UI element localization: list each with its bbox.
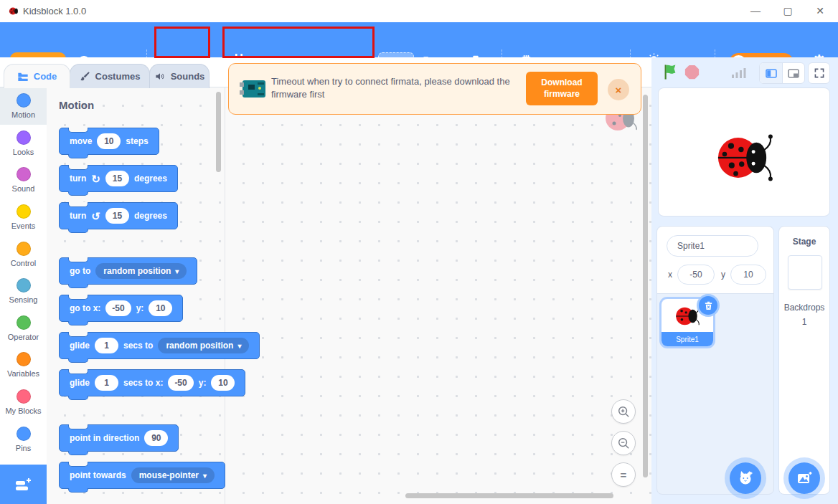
category-dot <box>17 315 31 330</box>
block-number-input[interactable]: 15 <box>105 208 129 224</box>
stage-size-toggle-group <box>759 62 805 84</box>
workspace-hscrollbar[interactable] <box>405 493 613 498</box>
tab-costumes[interactable]: Costumes <box>70 64 150 88</box>
block-number-input[interactable]: 90 <box>144 430 168 446</box>
sidebar-category-pins[interactable]: Pins <box>0 421 47 458</box>
sidebar-category-looks[interactable]: Looks <box>0 125 47 162</box>
arduino-board-icon <box>240 79 267 102</box>
block-text: steps <box>126 136 148 146</box>
block-text: point towards <box>70 470 126 480</box>
stop-sign-icon[interactable] <box>684 65 700 82</box>
palette-block[interactable]: turn↻15degrees <box>59 165 178 192</box>
close-button[interactable]: ✕ <box>805 0 835 22</box>
add-extension-button[interactable] <box>0 465 47 504</box>
backdrop-thumbnail[interactable] <box>788 255 822 290</box>
block-number-input[interactable]: 10 <box>211 375 235 391</box>
sidebar-category-sensing[interactable]: Sensing <box>0 272 47 310</box>
fullscreen-icon <box>814 67 825 79</box>
sidebar-category-sound[interactable]: Sound <box>0 161 47 199</box>
zoom-out-button[interactable] <box>611 431 636 455</box>
ladybug-sprite[interactable] <box>715 128 773 190</box>
cat-icon <box>737 470 754 487</box>
stage-selector-panel[interactable]: Stage Backdrops 1 <box>778 226 830 495</box>
extension-blocks-icon <box>14 477 33 493</box>
connection-bars-icon <box>731 67 747 81</box>
code-workspace[interactable] <box>225 87 652 504</box>
palette-block[interactable]: glide1secs to x:-50y:10 <box>59 369 245 396</box>
category-label: Sound <box>12 184 35 194</box>
category-dot <box>17 130 31 145</box>
minimize-button[interactable]: — <box>740 0 771 22</box>
tab-sounds[interactable]: Sounds <box>149 64 210 88</box>
banner-download-firmware-button[interactable]: Download firmware <box>526 72 598 105</box>
tab-label: Sounds <box>171 71 205 82</box>
category-sidebar: MotionLooksSoundEventsControlSensingOper… <box>0 87 47 465</box>
sprite-name-input[interactable] <box>667 235 758 257</box>
fullscreen-button[interactable] <box>808 62 830 84</box>
dropdown-caret-icon: ▾ <box>237 342 241 350</box>
block-dropdown[interactable]: random position▾ <box>158 338 249 353</box>
block-dropdown[interactable]: mouse-pointer▾ <box>131 467 215 483</box>
trash-icon <box>704 301 713 310</box>
add-sprite-button[interactable] <box>730 462 761 494</box>
block-number-input[interactable]: -50 <box>105 300 131 316</box>
small-stage-icon <box>766 69 777 78</box>
tab-code[interactable]: Code <box>4 64 70 88</box>
block-dropdown[interactable]: random position▾ <box>95 263 187 279</box>
sprite-list-panel: x y Sprite1 <box>656 226 774 495</box>
palette-block[interactable]: turn↺15degrees <box>59 202 178 229</box>
block-text: degrees <box>134 173 167 184</box>
y-label: y <box>721 270 725 280</box>
palette-scrollbar[interactable] <box>216 92 221 172</box>
code-blocks-icon <box>17 72 29 82</box>
workspace-vscrollbar[interactable] <box>643 95 648 477</box>
category-label: Motion <box>11 110 35 120</box>
zoom-in-button[interactable] <box>611 399 636 424</box>
palette-category-header: Motion <box>59 99 94 111</box>
y-position-input[interactable] <box>730 265 766 285</box>
block-text: secs to <box>123 341 153 351</box>
category-dot <box>17 352 31 366</box>
sidebar-category-my-blocks[interactable]: My Blocks <box>0 384 47 421</box>
delete-sprite-button[interactable] <box>699 296 717 315</box>
palette-block[interactable]: move10steps <box>59 128 159 155</box>
x-position-input[interactable] <box>677 265 715 285</box>
maximize-button[interactable]: ▢ <box>773 0 803 22</box>
zoom-reset-button[interactable]: = <box>611 462 636 487</box>
category-label: Pins <box>16 444 31 453</box>
block-number-input[interactable]: 15 <box>105 171 129 186</box>
add-backdrop-button[interactable] <box>788 462 820 494</box>
block-text: glide <box>70 341 90 351</box>
sprite-thumbnail-image <box>674 303 700 332</box>
banner-close-icon[interactable]: × <box>608 79 629 100</box>
sprite-thumbnail-label: Sprite1 <box>662 332 713 346</box>
sidebar-category-operator[interactable]: Operator <box>0 310 47 347</box>
palette-block[interactable]: go torandom position▾ <box>59 257 197 285</box>
block-number-input[interactable]: -50 <box>168 375 193 391</box>
stage-canvas[interactable] <box>658 87 830 217</box>
block-text: turn <box>70 173 86 184</box>
large-stage-button[interactable] <box>783 63 804 83</box>
block-text: go to <box>70 266 90 276</box>
category-label: Events <box>11 222 36 231</box>
sidebar-category-motion[interactable]: Motion <box>0 87 47 125</box>
backdrops-count: 1 <box>779 317 829 327</box>
palette-block[interactable]: glide1secs torandom position▾ <box>59 332 260 359</box>
block-text: glide <box>70 378 90 388</box>
block-number-input[interactable]: 10 <box>149 300 172 316</box>
palette-block[interactable]: go to x:-50y:10 <box>59 295 183 322</box>
block-text: secs to x: <box>123 378 163 388</box>
green-flag-icon[interactable] <box>663 64 679 83</box>
backdrop-image-icon <box>796 470 813 487</box>
sidebar-category-variables[interactable]: Variables <box>0 346 47 384</box>
block-number-input[interactable]: 1 <box>95 375 118 391</box>
app-ladybug-icon <box>9 6 19 19</box>
palette-block[interactable]: point in direction90 <box>59 424 179 452</box>
menu-bar: kidsblock ▾ Edit Plus USB-SERIAL CP2102 … <box>0 22 838 57</box>
block-number-input[interactable]: 10 <box>97 133 121 149</box>
sidebar-category-control[interactable]: Control <box>0 236 47 273</box>
sidebar-category-events[interactable]: Events <box>0 199 47 236</box>
small-stage-button[interactable] <box>760 63 782 83</box>
block-number-input[interactable]: 1 <box>95 338 118 353</box>
palette-block[interactable]: point towardsmouse-pointer▾ <box>59 462 225 489</box>
